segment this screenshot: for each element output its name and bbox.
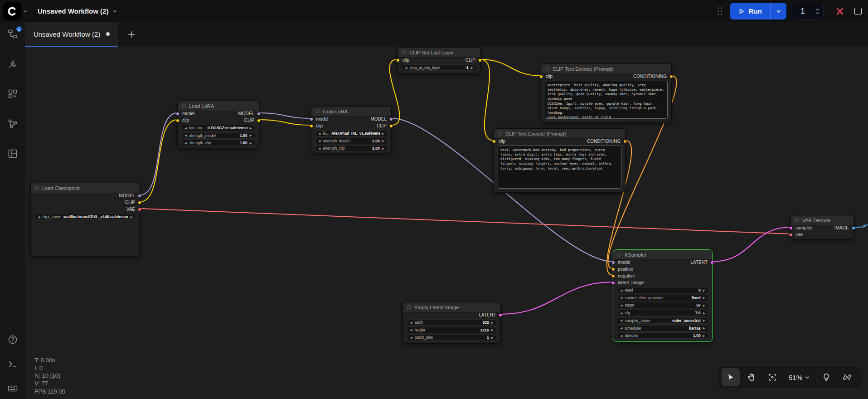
collapse-dot-icon[interactable] (498, 131, 502, 136)
node-clipset[interactable]: CLIP Set Last LayerclipCLIP◀stop_at_clip… (398, 47, 480, 74)
increment-arrow-icon[interactable]: ▶ (382, 139, 384, 142)
collapse-dot-icon[interactable] (35, 186, 39, 190)
widget-width[interactable]: ◀width832▶ (407, 319, 497, 326)
window-button[interactable] (854, 8, 862, 15)
widget-scheduler[interactable]: ◀schedulerkarras▶ (617, 325, 708, 331)
node-header[interactable]: CLIP Text Encode (Prompt) (494, 129, 625, 139)
pan-tool-button[interactable] (742, 368, 761, 386)
input-dot-model[interactable] (176, 112, 179, 116)
collapse-dot-icon[interactable] (182, 104, 186, 108)
run-button[interactable]: Run (730, 3, 770, 19)
decrement-arrow-icon[interactable]: ◀ (318, 139, 320, 142)
input-slot-model[interactable]: model (176, 110, 194, 117)
input-dot-latent[interactable] (611, 281, 615, 285)
node-header[interactable]: CLIP Text Encode (Prompt) (541, 64, 671, 74)
input-dot-clip[interactable] (396, 58, 400, 62)
increment-arrow-icon[interactable]: ▶ (250, 127, 252, 130)
output-slot-latent[interactable]: LATENT (479, 311, 502, 318)
increment-arrow-icon[interactable]: ▶ (131, 215, 133, 219)
widget-steps[interactable]: ◀steps50▶ (617, 302, 708, 308)
input-dot-clip[interactable] (539, 75, 543, 78)
output-dot-clip[interactable] (257, 119, 261, 122)
decrement-arrow-icon[interactable]: ◀ (620, 289, 622, 292)
sidebar-layout-button[interactable] (6, 148, 19, 160)
fit-view-button[interactable] (763, 368, 781, 386)
widget-denoise[interactable]: ◀denoise1.00▶ (617, 332, 708, 339)
select-tool-button[interactable] (722, 368, 740, 386)
input-slot-clip[interactable]: clip (539, 73, 553, 80)
sidebar-help-button[interactable] (6, 334, 19, 345)
decrement-arrow-icon[interactable]: ◀ (620, 334, 622, 337)
input-slot-latent_image[interactable]: latent_image (611, 279, 644, 286)
sidebar-workflows-button[interactable]: 1 (6, 28, 19, 40)
increment-arrow-icon[interactable]: ▶ (491, 321, 494, 324)
prompt-textarea[interactable]: masterpiece, best quality, amazing quali… (545, 81, 668, 119)
widget-cfg[interactable]: ◀cfg7.0▶ (617, 310, 708, 316)
node-header[interactable]: CLIP Set Last Layer (398, 48, 480, 58)
increment-arrow-icon[interactable]: ▶ (703, 326, 705, 330)
input-slot-vae[interactable]: vae (789, 231, 803, 238)
widget-sampler-name[interactable]: ◀sampler_nameeuler_ancestral▶ (617, 317, 708, 324)
output-dot-latent[interactable] (710, 261, 714, 264)
increment-arrow-icon[interactable]: ▶ (491, 336, 494, 339)
zoom-control[interactable]: 51% (784, 374, 815, 381)
output-dot-model[interactable] (257, 112, 261, 116)
decrement-arrow-icon[interactable]: ◀ (620, 319, 622, 322)
collapse-dot-icon[interactable] (407, 305, 411, 309)
output-slot-conditioning[interactable]: CONDITIONING (633, 73, 673, 80)
node-header[interactable]: Load Checkpoint (31, 183, 140, 193)
node-ksampler[interactable]: KSamplermodelpositivenegativelatent_imag… (613, 249, 713, 342)
increment-arrow-icon[interactable]: ▶ (703, 319, 705, 322)
increment-arrow-icon[interactable]: ▶ (703, 311, 705, 315)
input-dot-clip[interactable] (492, 140, 496, 143)
collapse-dot-icon[interactable] (795, 218, 799, 222)
output-slot-latent[interactable]: LATENT (690, 259, 714, 266)
input-dot-model[interactable] (310, 117, 313, 121)
node-empty-latent[interactable]: Empty Latent ImageLATENT◀width832▶◀heigh… (402, 302, 501, 344)
widget-seed[interactable]: ◀seed0▶ (617, 287, 708, 293)
decrement-arrow-icon[interactable]: ◀ (410, 321, 412, 324)
node-lora1[interactable]: Load LoRAmodelclipMODELCLIP◀lora_na...IL… (177, 101, 259, 148)
node-header[interactable]: Load LoRA (311, 107, 391, 117)
node-pos-encode[interactable]: CLIP Text Encode (Prompt)clipCONDITIONIN… (541, 63, 672, 123)
tab-unsaved-workflow[interactable]: Unsaved Workflow (2) (25, 22, 118, 47)
output-dot-conditioning[interactable] (623, 140, 627, 143)
input-slot-clip[interactable]: clip (492, 138, 505, 145)
sidebar-shortcuts-button[interactable] (6, 383, 19, 394)
increment-arrow-icon[interactable]: ▶ (250, 134, 252, 137)
decrement-arrow-icon[interactable]: ◀ (184, 134, 187, 137)
workflow-title-menu[interactable]: Unsaved Workflow (2) (38, 7, 117, 15)
widget-strength-clip[interactable]: ◀strength_clip1.00▶ (181, 140, 255, 146)
decrement-arrow-icon[interactable]: ◀ (405, 66, 407, 69)
widget-lora-na-[interactable]: ◀lora_na...ILDCSGZee.safetensors▶ (181, 125, 255, 131)
input-dot-latent[interactable] (789, 226, 793, 230)
decrement-arrow-icon[interactable]: ◀ (620, 311, 622, 315)
increment-arrow-icon[interactable]: ▶ (250, 141, 252, 145)
output-dot-latent[interactable] (499, 313, 502, 317)
decrement-arrow-icon[interactable]: ◀ (620, 296, 622, 299)
chevron-down-icon[interactable] (815, 12, 820, 15)
increment-arrow-icon[interactable]: ▶ (703, 289, 705, 292)
node-header[interactable]: Empty Latent Image (403, 302, 500, 312)
input-slot-clip[interactable]: clip (310, 122, 323, 129)
collapse-dot-icon[interactable] (545, 67, 549, 71)
decrement-arrow-icon[interactable]: ◀ (184, 141, 187, 145)
decrement-arrow-icon[interactable]: ◀ (620, 326, 622, 330)
prompt-textarea[interactable]: text, watermark,bad anatomy, bad proport… (498, 146, 621, 189)
input-dot-conditioning[interactable] (611, 268, 615, 271)
node-neg-encode[interactable]: CLIP Text Encode (Prompt)clipCONDITIONIN… (494, 128, 626, 193)
toggle-links-button[interactable] (838, 368, 856, 386)
node-header[interactable]: KSampler (613, 250, 712, 260)
input-dot-clip[interactable] (310, 124, 313, 128)
output-slot-clip[interactable]: CLIP (466, 57, 482, 63)
decrement-arrow-icon[interactable]: ◀ (410, 328, 412, 331)
increment-arrow-icon[interactable]: ▶ (382, 132, 384, 135)
input-dot-conditioning[interactable] (611, 274, 615, 278)
input-slot-model[interactable]: model (310, 116, 328, 122)
output-dot-clip[interactable] (478, 58, 482, 62)
input-dot-clip[interactable] (176, 119, 179, 122)
output-slot-image[interactable]: IMAGE (834, 224, 855, 231)
output-slot-vae[interactable]: VAE (126, 206, 141, 213)
decrement-arrow-icon[interactable]: ◀ (318, 147, 320, 150)
sidebar-nodes-button[interactable] (6, 58, 19, 70)
